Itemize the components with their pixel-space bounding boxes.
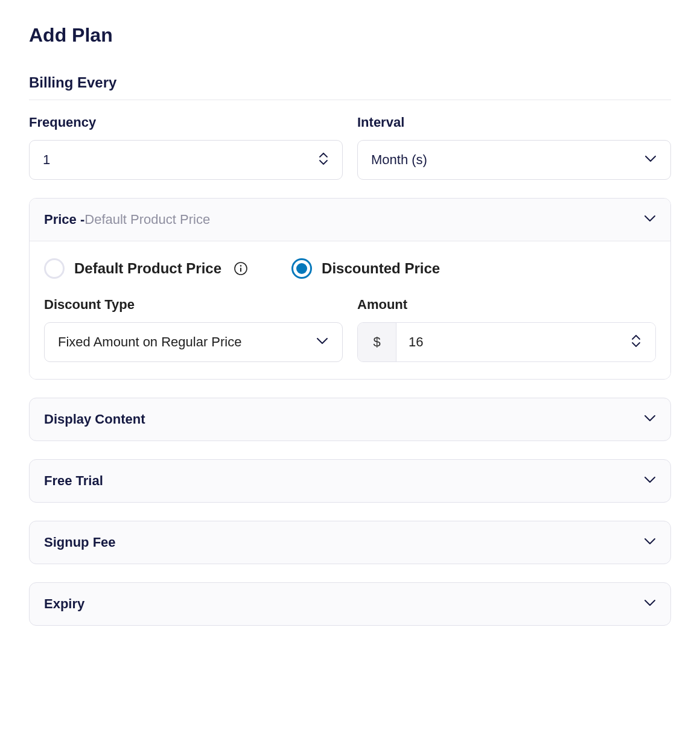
page-title: Add Plan bbox=[29, 24, 671, 46]
accordion-label: Display Content bbox=[44, 412, 145, 427]
radio-default-price[interactable]: Default Product Price bbox=[44, 258, 248, 279]
radio-dot bbox=[296, 263, 307, 274]
interval-field: Interval Month (s) bbox=[357, 115, 671, 180]
accordion-display-content[interactable]: Display Content bbox=[29, 398, 671, 441]
price-section-header[interactable]: Price - Default Product Price bbox=[30, 199, 670, 241]
frequency-field: Frequency bbox=[29, 115, 343, 180]
price-header-sub: Default Product Price bbox=[84, 212, 210, 227]
accordion-signup-fee[interactable]: Signup Fee bbox=[29, 521, 671, 564]
discount-type-select-wrap[interactable]: Fixed Amount on Regular Price bbox=[44, 322, 343, 362]
accordion-label: Free Trial bbox=[44, 473, 103, 489]
frequency-input[interactable] bbox=[29, 140, 343, 180]
radio-circle-selected bbox=[291, 258, 312, 279]
chevron-down-icon bbox=[644, 474, 656, 488]
accordion-label: Signup Fee bbox=[44, 535, 116, 550]
chevron-down-icon bbox=[644, 597, 656, 611]
interval-select[interactable]: Month (s) bbox=[357, 140, 671, 180]
price-radio-row: Default Product Price Discounted Price bbox=[44, 258, 656, 279]
amount-input-wrap bbox=[396, 323, 655, 361]
radio-discounted-price[interactable]: Discounted Price bbox=[291, 258, 440, 279]
frequency-label: Frequency bbox=[29, 115, 343, 130]
currency-symbol: $ bbox=[358, 323, 396, 361]
accordion-expiry[interactable]: Expiry bbox=[29, 582, 671, 626]
amount-input[interactable] bbox=[396, 323, 655, 361]
frequency-input-wrap bbox=[29, 140, 343, 180]
chevron-down-icon bbox=[644, 536, 656, 549]
discount-type-select[interactable]: Fixed Amount on Regular Price bbox=[44, 322, 343, 362]
amount-label: Amount bbox=[357, 297, 656, 313]
discount-type-value: Fixed Amount on Regular Price bbox=[58, 334, 242, 350]
interval-select-wrap[interactable]: Month (s) bbox=[357, 140, 671, 180]
billing-section-title: Billing Every bbox=[29, 74, 671, 100]
discount-type-field: Discount Type Fixed Amount on Regular Pr… bbox=[44, 297, 343, 362]
amount-wrap: $ bbox=[357, 322, 656, 362]
price-section-body: Default Product Price Discounted Price D… bbox=[30, 241, 670, 379]
chevron-down-icon bbox=[644, 413, 656, 426]
radio-discounted-label: Discounted Price bbox=[322, 260, 440, 277]
price-section: Price - Default Product Price Default Pr… bbox=[29, 198, 671, 380]
discount-row: Discount Type Fixed Amount on Regular Pr… bbox=[44, 297, 656, 362]
chevron-down-icon bbox=[644, 213, 656, 226]
accordion-label: Expiry bbox=[44, 596, 84, 612]
radio-circle bbox=[44, 258, 65, 279]
amount-field: Amount $ bbox=[357, 297, 656, 362]
accordion-free-trial[interactable]: Free Trial bbox=[29, 459, 671, 503]
billing-row: Frequency Interval Month (s) bbox=[29, 115, 671, 180]
info-icon[interactable] bbox=[234, 261, 248, 276]
interval-label: Interval bbox=[357, 115, 671, 130]
price-header-label: Price - bbox=[44, 212, 84, 227]
interval-value: Month (s) bbox=[371, 152, 427, 168]
radio-default-label: Default Product Price bbox=[74, 260, 221, 277]
price-header-text: Price - Default Product Price bbox=[44, 212, 210, 227]
discount-type-label: Discount Type bbox=[44, 297, 343, 313]
